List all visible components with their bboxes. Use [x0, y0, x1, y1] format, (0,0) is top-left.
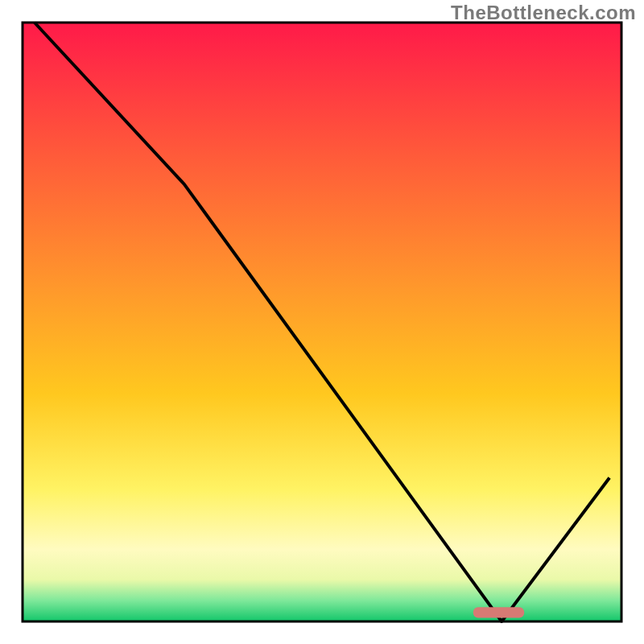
- bottleneck-chart: TheBottleneck.com: [0, 0, 644, 644]
- minimum-marker: [473, 607, 524, 617]
- chart-svg: [0, 0, 644, 644]
- watermark-text: TheBottleneck.com: [451, 2, 636, 24]
- plot-background: [23, 23, 621, 621]
